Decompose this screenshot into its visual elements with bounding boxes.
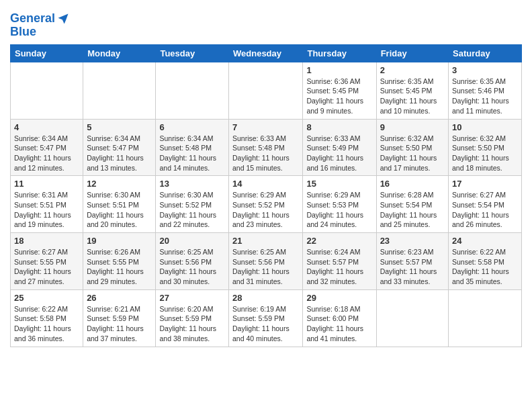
day-info: Sunrise: 6:22 AMSunset: 5:58 PMDaylight:… xyxy=(14,304,79,344)
day-number: 1 xyxy=(306,65,372,75)
calendar-header-tuesday: Tuesday xyxy=(156,44,229,62)
day-number: 4 xyxy=(14,122,79,132)
day-info: Sunrise: 6:34 AMSunset: 5:47 PMDaylight:… xyxy=(87,134,152,173)
day-number: 11 xyxy=(14,179,79,189)
calendar-week-3: 11Sunrise: 6:31 AMSunset: 5:51 PMDayligh… xyxy=(11,176,522,233)
calendar-header-monday: Monday xyxy=(83,44,156,62)
day-info: Sunrise: 6:28 AMSunset: 5:54 PMDaylight:… xyxy=(380,190,445,230)
day-info: Sunrise: 6:23 AMSunset: 5:57 PMDaylight:… xyxy=(380,247,445,287)
calendar-week-4: 18Sunrise: 6:27 AMSunset: 5:55 PMDayligh… xyxy=(11,233,522,290)
calendar-cell xyxy=(83,62,156,119)
calendar-cell: 11Sunrise: 6:31 AMSunset: 5:51 PMDayligh… xyxy=(11,176,83,233)
calendar-cell xyxy=(229,62,303,119)
day-number: 10 xyxy=(452,122,518,132)
day-info: Sunrise: 6:24 AMSunset: 5:57 PMDaylight:… xyxy=(306,247,372,287)
calendar-cell xyxy=(376,289,448,347)
day-info: Sunrise: 6:32 AMSunset: 5:50 PMDaylight:… xyxy=(452,134,518,173)
day-info: Sunrise: 6:29 AMSunset: 5:53 PMDaylight:… xyxy=(306,190,372,230)
day-number: 12 xyxy=(87,179,152,189)
calendar-cell: 22Sunrise: 6:24 AMSunset: 5:57 PMDayligh… xyxy=(303,233,376,290)
day-number: 29 xyxy=(306,293,372,303)
day-number: 21 xyxy=(232,236,299,246)
logo-text-line2: Blue xyxy=(10,26,70,39)
day-number: 27 xyxy=(159,293,225,303)
calendar-cell: 20Sunrise: 6:25 AMSunset: 5:56 PMDayligh… xyxy=(156,233,229,290)
day-number: 19 xyxy=(87,236,152,246)
day-number: 26 xyxy=(87,293,152,303)
day-info: Sunrise: 6:30 AMSunset: 5:52 PMDaylight:… xyxy=(159,190,225,230)
day-info: Sunrise: 6:21 AMSunset: 5:59 PMDaylight:… xyxy=(87,304,152,344)
day-info: Sunrise: 6:19 AMSunset: 5:59 PMDaylight:… xyxy=(232,304,299,344)
calendar-header-wednesday: Wednesday xyxy=(229,44,303,62)
calendar-cell: 3Sunrise: 6:35 AMSunset: 5:46 PMDaylight… xyxy=(449,62,522,119)
calendar-header-row: SundayMondayTuesdayWednesdayThursdayFrid… xyxy=(11,44,522,62)
calendar-cell: 1Sunrise: 6:36 AMSunset: 5:45 PMDaylight… xyxy=(303,62,376,119)
calendar-cell: 12Sunrise: 6:30 AMSunset: 5:51 PMDayligh… xyxy=(83,176,156,233)
day-info: Sunrise: 6:35 AMSunset: 5:45 PMDaylight:… xyxy=(380,77,445,116)
calendar-table: SundayMondayTuesdayWednesdayThursdayFrid… xyxy=(10,44,522,347)
calendar-cell: 19Sunrise: 6:26 AMSunset: 5:55 PMDayligh… xyxy=(83,233,156,290)
day-number: 13 xyxy=(159,179,225,189)
calendar-cell xyxy=(11,62,83,119)
calendar-cell: 18Sunrise: 6:27 AMSunset: 5:55 PMDayligh… xyxy=(11,233,83,290)
calendar-cell: 21Sunrise: 6:25 AMSunset: 5:56 PMDayligh… xyxy=(229,233,303,290)
day-info: Sunrise: 6:29 AMSunset: 5:52 PMDaylight:… xyxy=(232,190,299,230)
day-number: 9 xyxy=(380,122,445,132)
logo: General Blue xyxy=(10,12,70,39)
calendar-header-thursday: Thursday xyxy=(303,44,376,62)
day-info: Sunrise: 6:20 AMSunset: 5:59 PMDaylight:… xyxy=(159,304,225,344)
calendar-cell xyxy=(449,289,522,347)
calendar-cell: 6Sunrise: 6:34 AMSunset: 5:48 PMDaylight… xyxy=(156,119,229,176)
calendar-cell: 24Sunrise: 6:22 AMSunset: 5:58 PMDayligh… xyxy=(449,233,522,290)
day-info: Sunrise: 6:33 AMSunset: 5:49 PMDaylight:… xyxy=(306,134,372,173)
calendar-cell xyxy=(156,62,229,119)
day-number: 23 xyxy=(380,236,445,246)
day-info: Sunrise: 6:27 AMSunset: 5:54 PMDaylight:… xyxy=(452,190,518,230)
calendar-cell: 23Sunrise: 6:23 AMSunset: 5:57 PMDayligh… xyxy=(376,233,448,290)
calendar-header-sunday: Sunday xyxy=(11,44,83,62)
calendar-cell: 14Sunrise: 6:29 AMSunset: 5:52 PMDayligh… xyxy=(229,176,303,233)
calendar-week-2: 4Sunrise: 6:34 AMSunset: 5:47 PMDaylight… xyxy=(11,119,522,176)
day-info: Sunrise: 6:33 AMSunset: 5:48 PMDaylight:… xyxy=(232,134,299,173)
day-info: Sunrise: 6:34 AMSunset: 5:48 PMDaylight:… xyxy=(159,134,225,173)
calendar-cell: 4Sunrise: 6:34 AMSunset: 5:47 PMDaylight… xyxy=(11,119,83,176)
day-info: Sunrise: 6:25 AMSunset: 5:56 PMDaylight:… xyxy=(232,247,299,287)
calendar-cell: 10Sunrise: 6:32 AMSunset: 5:50 PMDayligh… xyxy=(449,119,522,176)
day-number: 22 xyxy=(306,236,372,246)
calendar-cell: 8Sunrise: 6:33 AMSunset: 5:49 PMDaylight… xyxy=(303,119,376,176)
calendar-body: 1Sunrise: 6:36 AMSunset: 5:45 PMDaylight… xyxy=(11,62,522,347)
day-info: Sunrise: 6:36 AMSunset: 5:45 PMDaylight:… xyxy=(306,77,372,116)
calendar-header-friday: Friday xyxy=(376,44,448,62)
day-number: 17 xyxy=(452,179,518,189)
calendar-cell: 27Sunrise: 6:20 AMSunset: 5:59 PMDayligh… xyxy=(156,289,229,347)
day-info: Sunrise: 6:18 AMSunset: 6:00 PMDaylight:… xyxy=(306,304,372,344)
calendar-cell: 17Sunrise: 6:27 AMSunset: 5:54 PMDayligh… xyxy=(449,176,522,233)
day-number: 14 xyxy=(232,179,299,189)
day-number: 2 xyxy=(380,65,445,75)
calendar-cell: 25Sunrise: 6:22 AMSunset: 5:58 PMDayligh… xyxy=(11,289,83,347)
header: General Blue xyxy=(10,7,522,39)
day-info: Sunrise: 6:22 AMSunset: 5:58 PMDaylight:… xyxy=(452,247,518,287)
day-number: 7 xyxy=(232,122,299,132)
day-number: 18 xyxy=(14,236,79,246)
day-info: Sunrise: 6:30 AMSunset: 5:51 PMDaylight:… xyxy=(87,190,152,230)
day-number: 5 xyxy=(87,122,152,132)
day-number: 6 xyxy=(159,122,225,132)
calendar-header-saturday: Saturday xyxy=(449,44,522,62)
day-info: Sunrise: 6:25 AMSunset: 5:56 PMDaylight:… xyxy=(159,247,225,287)
calendar-cell: 13Sunrise: 6:30 AMSunset: 5:52 PMDayligh… xyxy=(156,176,229,233)
calendar-cell: 26Sunrise: 6:21 AMSunset: 5:59 PMDayligh… xyxy=(83,289,156,347)
day-number: 3 xyxy=(452,65,518,75)
calendar-cell: 9Sunrise: 6:32 AMSunset: 5:50 PMDaylight… xyxy=(376,119,448,176)
calendar-cell: 7Sunrise: 6:33 AMSunset: 5:48 PMDaylight… xyxy=(229,119,303,176)
day-info: Sunrise: 6:35 AMSunset: 5:46 PMDaylight:… xyxy=(452,77,518,116)
calendar-cell: 15Sunrise: 6:29 AMSunset: 5:53 PMDayligh… xyxy=(303,176,376,233)
day-info: Sunrise: 6:31 AMSunset: 5:51 PMDaylight:… xyxy=(14,190,79,230)
day-info: Sunrise: 6:27 AMSunset: 5:55 PMDaylight:… xyxy=(14,247,79,287)
day-number: 16 xyxy=(380,179,445,189)
logo-bird-icon xyxy=(56,12,70,26)
day-info: Sunrise: 6:26 AMSunset: 5:55 PMDaylight:… xyxy=(87,247,152,287)
day-info: Sunrise: 6:32 AMSunset: 5:50 PMDaylight:… xyxy=(380,134,445,173)
calendar-week-1: 1Sunrise: 6:36 AMSunset: 5:45 PMDaylight… xyxy=(11,62,522,119)
day-number: 25 xyxy=(14,293,79,303)
